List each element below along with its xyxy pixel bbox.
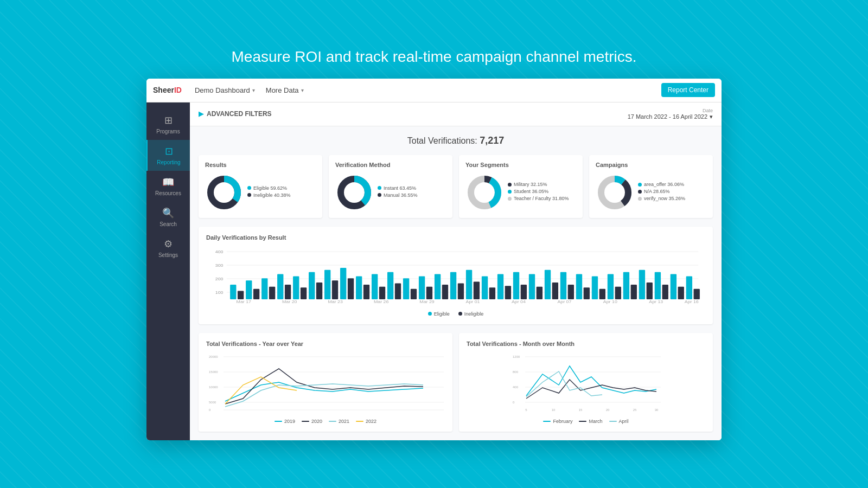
svg-rect-61 xyxy=(537,286,542,299)
settings-icon: ⚙ xyxy=(164,238,173,250)
svg-rect-46 xyxy=(419,276,425,299)
svg-rect-68 xyxy=(592,276,598,299)
svg-text:800: 800 xyxy=(513,370,519,374)
svg-text:200: 200 xyxy=(215,277,224,281)
svg-rect-40 xyxy=(372,274,378,299)
svg-rect-38 xyxy=(356,276,362,299)
sidebar-item-programs[interactable]: ⊞ Programs xyxy=(146,109,190,140)
svg-text:10: 10 xyxy=(552,408,556,412)
sidebar-item-label: Settings xyxy=(158,252,178,258)
yoy-legend-2020: 2020 xyxy=(302,419,322,424)
results-legend: Eligible 59.62% Ineligible 40.38% xyxy=(247,185,291,200)
svg-rect-26 xyxy=(261,278,267,299)
verification-donut-svg xyxy=(335,174,373,211)
svg-rect-36 xyxy=(340,267,346,299)
advanced-filters-label: ADVANCED FILTERS xyxy=(207,110,272,118)
svg-text:Apr 13: Apr 13 xyxy=(649,299,663,304)
sidebar-item-resources[interactable]: 📖 Resources xyxy=(146,171,190,202)
sidebar-item-settings[interactable]: ⚙ Settings xyxy=(146,233,190,264)
svg-rect-45 xyxy=(411,288,417,299)
ineligible-dot xyxy=(247,193,251,197)
nav-demo-dashboard[interactable]: Demo Dashboard ▾ xyxy=(190,84,259,97)
2019-dot xyxy=(275,421,282,422)
verification-chart-card: Verification Method Instant 63.45% xyxy=(329,155,452,218)
logo-text: SheerID xyxy=(153,86,182,94)
eligible-dot xyxy=(247,186,251,190)
mar-dot xyxy=(579,421,586,422)
chevron-down-icon: ▾ xyxy=(301,87,304,93)
svg-rect-52 xyxy=(466,269,472,299)
report-center-button[interactable]: Report Center xyxy=(661,83,715,97)
mom-chart-legend: February March April xyxy=(467,419,705,424)
nav-items: Demo Dashboard ▾ More Data ▾ xyxy=(190,84,661,97)
svg-rect-57 xyxy=(505,286,511,299)
svg-rect-29 xyxy=(285,284,291,299)
chevron-down-icon: ▾ xyxy=(710,113,713,120)
bar-legend-ineligible: Ineligible xyxy=(458,311,484,317)
date-range-button[interactable]: 17 March 2022 - 16 April 2022 ▾ xyxy=(628,113,713,120)
yoy-chart-title: Total Verifications - Year over Year xyxy=(206,341,445,347)
reporting-icon: ⊡ xyxy=(165,145,173,157)
svg-text:Mar 29: Mar 29 xyxy=(419,299,435,304)
svg-rect-63 xyxy=(552,282,558,299)
svg-text:300: 300 xyxy=(215,263,224,267)
feb-dot xyxy=(543,421,551,422)
2020-dot xyxy=(302,421,309,422)
main-content: ▶ ADVANCED FILTERS Date 17 March 2022 - … xyxy=(190,102,722,440)
svg-text:400: 400 xyxy=(215,249,224,254)
svg-rect-22 xyxy=(230,284,236,299)
sidebar-item-label: Reporting xyxy=(157,159,180,165)
svg-rect-31 xyxy=(301,287,307,299)
svg-rect-65 xyxy=(568,284,574,299)
line-charts-row: Total Verifications - Year over Year 200… xyxy=(199,333,713,432)
svg-text:Apr 04: Apr 04 xyxy=(512,299,526,304)
svg-rect-42 xyxy=(387,272,393,299)
svg-text:Apr 01: Apr 01 xyxy=(466,299,481,304)
legend-manual: Manual 36.55% xyxy=(378,192,418,198)
svg-text:0: 0 xyxy=(513,401,515,404)
svg-text:25: 25 xyxy=(633,408,637,412)
legend-verify-now: verify_now 35.26% xyxy=(638,196,685,201)
instant-dot xyxy=(378,186,381,190)
svg-rect-76 xyxy=(655,272,661,299)
svg-text:20000: 20000 xyxy=(209,355,218,358)
svg-rect-35 xyxy=(332,280,338,299)
svg-rect-74 xyxy=(639,269,645,299)
programs-icon: ⊞ xyxy=(164,114,173,126)
yoy-chart-legend: 2019 2020 2021 xyxy=(206,419,445,424)
svg-text:Apr 16: Apr 16 xyxy=(685,299,699,304)
advanced-filters-toggle[interactable]: ▶ ADVANCED FILTERS xyxy=(199,110,272,118)
sidebar-item-label: Resources xyxy=(155,190,181,196)
nav-more-data[interactable]: More Data ▾ xyxy=(261,84,308,97)
svg-rect-33 xyxy=(316,282,322,299)
manual-dot xyxy=(378,193,381,197)
sidebar-item-reporting[interactable]: ⊡ Reporting xyxy=(146,140,190,171)
2022-dot xyxy=(356,421,363,422)
svg-rect-43 xyxy=(395,283,401,299)
legend-teacher: Teacher / Faculty 31.80% xyxy=(508,196,569,201)
legend-item-eligible: Eligible 59.62% xyxy=(247,185,291,191)
svg-rect-23 xyxy=(238,291,244,299)
yoy-legend-2019: 2019 xyxy=(275,419,295,424)
svg-rect-77 xyxy=(662,284,668,299)
sidebar-item-search[interactable]: 🔍 Search xyxy=(146,202,190,233)
svg-text:Apr 07: Apr 07 xyxy=(557,299,572,304)
yoy-legend-2022: 2022 xyxy=(356,419,376,424)
segments-donut-container: Military 32.15% Student 36.05% Teacher /… xyxy=(465,174,576,211)
sidebar-item-label: Search xyxy=(159,221,177,227)
results-donut-container: Eligible 59.62% Ineligible 40.38% xyxy=(205,174,316,211)
svg-text:5000: 5000 xyxy=(209,401,216,404)
svg-rect-49 xyxy=(442,284,448,299)
search-icon: 🔍 xyxy=(162,207,174,219)
segments-chart-title: Your Segments xyxy=(465,162,576,168)
svg-rect-78 xyxy=(671,274,676,299)
mom-chart-card: Total Verifications - Month over Month 1… xyxy=(459,333,713,432)
svg-rect-67 xyxy=(584,287,590,299)
svg-rect-59 xyxy=(521,284,527,299)
svg-rect-25 xyxy=(253,288,259,299)
results-chart-title: Results xyxy=(205,162,316,168)
svg-rect-28 xyxy=(277,274,283,299)
date-label: Date xyxy=(703,108,713,113)
svg-text:400: 400 xyxy=(513,386,519,389)
svg-text:30: 30 xyxy=(655,408,659,412)
